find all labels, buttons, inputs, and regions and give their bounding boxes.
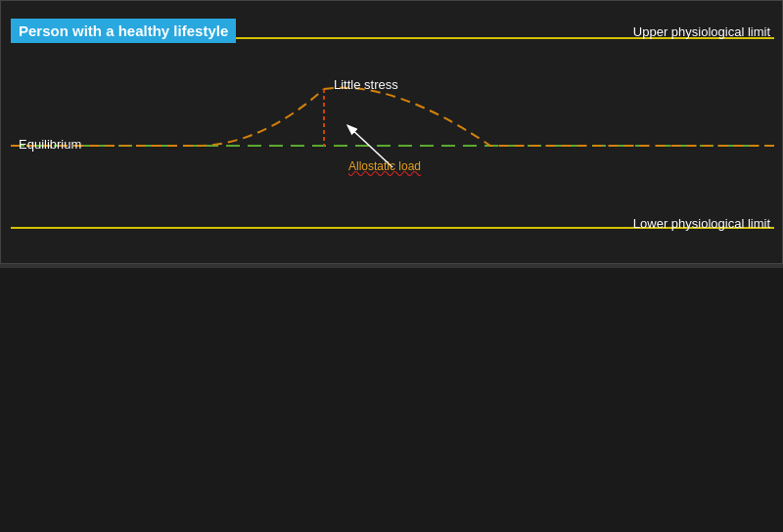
panel-healthy: Person with a healthy lifestyle Upper (0, 0, 783, 264)
allostatic-label-1: Allostatic load (348, 159, 421, 173)
stress-label-1: Little stress (334, 77, 398, 92)
panel-healthy-title: Person with a healthy lifestyle (11, 19, 236, 43)
lower-limit-label-1: Lower physiological limit (633, 216, 770, 231)
equilibrium-label-1: Equilibrium (19, 137, 81, 152)
upper-limit-label-1: Upper physiological limit (633, 24, 770, 39)
